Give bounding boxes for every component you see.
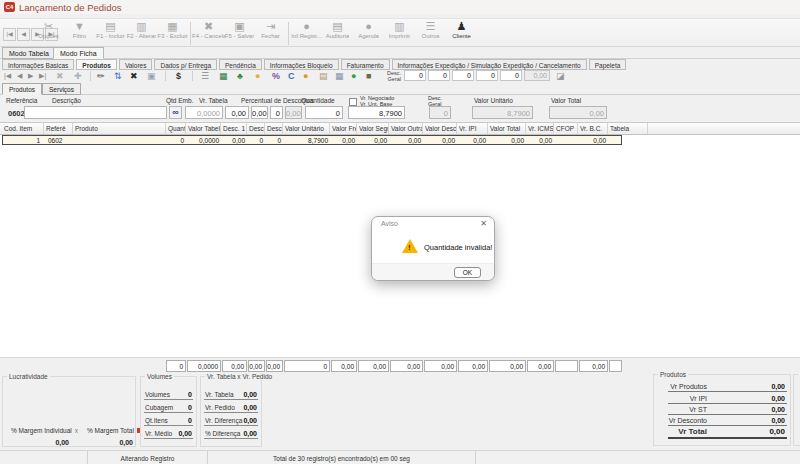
item-nav-first-button[interactable]: |◀ — [4, 70, 11, 82]
col-header-vr-ipi[interactable]: Vr. IPI — [457, 123, 488, 134]
desc-geral-field-4[interactable]: 0 — [476, 70, 498, 81]
cell-valor-seguro[interactable]: 0,00 — [358, 137, 390, 146]
item-nav-next-button[interactable]: ▶ — [28, 70, 33, 82]
desc1-field[interactable]: 0,00 — [251, 106, 268, 119]
cell-valor-desconto[interactable]: 0,00 — [424, 137, 458, 146]
col-header-valor-frete[interactable]: Valor Frete — [330, 123, 357, 134]
desc-geral-field-2[interactable]: 0 — [428, 70, 450, 81]
f2-alter-button[interactable]: ▥ F2 - Alterar — [126, 20, 157, 46]
col-header-valor-unitario[interactable]: Valor Unitário — [283, 123, 330, 134]
subtab-produtos[interactable]: Produtos — [2, 83, 42, 95]
grid-icon[interactable]: ▦ — [335, 70, 344, 82]
cell-cfop[interactable] — [555, 137, 579, 146]
cell-valor-tabela[interactable]: 0,0000 — [187, 137, 222, 146]
nav-prior-button[interactable]: ◀ — [17, 28, 30, 41]
desc-geral-field-5[interactable]: 0 — [500, 70, 522, 81]
vr-tabela-field[interactable]: 0,00 — [225, 106, 249, 119]
col-header-cfop[interactable]: CFOP — [554, 123, 578, 134]
tab-modo-tabela[interactable]: Modo Tabela — [2, 47, 56, 59]
col-header-cod-item[interactable]: Cod. Item — [2, 123, 44, 134]
close-button[interactable]: ⇥ Fechar — [255, 20, 286, 46]
f1-include-button[interactable]: ▤ F1 - Incluir — [95, 20, 126, 46]
tab-faturamento[interactable]: Faturamento — [341, 59, 390, 70]
subtab-servicos[interactable]: Serviços — [42, 83, 81, 95]
ellipse-icon[interactable]: ● — [255, 70, 260, 82]
filter-button[interactable]: ▼ Filtro — [64, 20, 95, 46]
tree-icon[interactable]: ♣︎ — [237, 70, 243, 82]
cell-valor-outras[interactable]: 0,00 — [390, 137, 424, 146]
sort-icon[interactable]: ⇅ — [114, 70, 122, 82]
delete2-icon[interactable]: ✖ — [130, 70, 138, 82]
cell-vr-icms-st[interactable]: 0,00 — [527, 137, 555, 146]
tab-produtos[interactable]: Produtos — [76, 59, 117, 70]
options-button[interactable]: ✂ Opções — [33, 20, 64, 46]
item-nav-last-button[interactable]: ▶| — [39, 70, 46, 82]
cell-cod-item[interactable]: 1 — [3, 137, 43, 146]
col-header-vr-icms-st[interactable]: Vr. ICMS S.T. — [526, 123, 554, 134]
col-header-desc3[interactable]: Desc. 3 — [265, 123, 283, 134]
cell-quantidade[interactable]: 0 — [167, 137, 187, 146]
col-header-valor-seguro[interactable]: Valor Seguro — [357, 123, 389, 134]
item-nav-prior-button[interactable]: ◀ — [17, 70, 22, 82]
descricao-field[interactable] — [24, 106, 167, 119]
cell-valor-unitario[interactable]: 8,7900 — [284, 137, 331, 146]
ok-button[interactable]: OK — [454, 267, 481, 278]
price-icon[interactable]: $ — [176, 70, 181, 82]
f5-save-button[interactable]: ▣ F5 - Salvar — [224, 20, 255, 46]
f4-cancel-button[interactable]: ✖ F4 - Cancelar — [193, 20, 224, 46]
tab-informacoes-bloqueio[interactable]: Informações Bloqueio — [264, 59, 339, 70]
col-header-valor-outras[interactable]: Valor Outras — [389, 123, 423, 134]
tab-modo-ficha[interactable]: Modo Ficha — [53, 47, 104, 59]
globe-icon[interactable]: ● — [351, 70, 356, 82]
agenda-button[interactable]: ● Agenda — [353, 20, 384, 46]
cell-desc2[interactable]: 0 — [248, 137, 266, 146]
ball-icon[interactable]: ● — [303, 70, 308, 82]
delete-item-icon[interactable]: ✖ — [56, 70, 64, 82]
percent-icon[interactable]: % — [272, 70, 280, 82]
cell-referencia[interactable]: 0602 — [45, 137, 74, 146]
col-header-quantidade[interactable]: Quantid — [166, 123, 186, 134]
col-header-desc1[interactable]: Desc. 1 — [221, 123, 247, 134]
pencil-icon[interactable]: ✏ — [97, 70, 105, 82]
print-button[interactable]: ▥ Imprimir — [384, 20, 415, 46]
cell-desc3[interactable]: 0 — [266, 137, 284, 146]
audit-button[interactable]: ▤ Auditoria — [322, 20, 353, 46]
col-header-referencia[interactable]: Referê — [44, 123, 73, 134]
dialog-close-icon[interactable]: ✕ — [480, 219, 487, 228]
binoculars-search-icon[interactable]: ∞ — [169, 106, 182, 119]
col-header-valor-total[interactable]: Valor Total — [488, 123, 526, 134]
copy-icon[interactable]: ▣ — [147, 70, 156, 82]
nav-first-button[interactable]: |◀ — [3, 28, 16, 41]
grid-selected-row[interactable]: 1 0602 0 0,0000 0,00 0 0 8,7900 0,00 0,0… — [2, 135, 622, 145]
cell-produto[interactable] — [74, 137, 167, 146]
cell-valor-frete[interactable]: 0,00 — [331, 137, 358, 146]
add-item-icon[interactable]: ✚ — [74, 70, 82, 82]
tab-expedicao[interactable]: Informações Expedição / Simulação Expedi… — [392, 59, 587, 70]
tab-informacoes-basicas[interactable]: Informações Basicas — [2, 59, 74, 70]
desc-geral-field-1[interactable]: 0 — [404, 70, 426, 81]
cell-valor-total[interactable]: 0,00 — [489, 137, 527, 146]
print-small-icon[interactable]: ▤ — [319, 70, 328, 82]
others-button[interactable]: ☰ Outros — [415, 20, 446, 46]
curve-icon[interactable]: C — [288, 70, 295, 82]
cell-desc1[interactable]: 0,00 — [222, 137, 248, 146]
tab-valores[interactable]: Valores — [119, 59, 153, 70]
col-header-tabela[interactable]: Tabela — [608, 123, 648, 134]
box-icon[interactable]: ■ — [366, 70, 371, 82]
f3-delete-button[interactable]: ▦ F3 - Excluir — [157, 20, 188, 46]
desc2-field[interactable]: 0 — [270, 106, 283, 119]
record-info-button[interactable]: ● Inf.Regist... — [291, 20, 322, 46]
eraser-icon[interactable]: ◪ — [556, 70, 565, 82]
qtd-emb-field[interactable]: 0,0000 — [185, 106, 223, 119]
quantidade-field[interactable]: 0 — [305, 106, 343, 119]
cell-tabela[interactable] — [609, 137, 621, 146]
col-header-valor-desconto[interactable]: Valor Desconto — [423, 123, 457, 134]
tab-pendencia[interactable]: Pendência — [219, 59, 262, 70]
cell-vr-ipi[interactable]: 0,00 — [458, 137, 489, 146]
tab-dados-entrega[interactable]: Dados p/ Entrega — [154, 59, 217, 70]
desc-geral-field-3[interactable]: 0 — [452, 70, 474, 81]
col-header-produto[interactable]: Produto — [73, 123, 166, 134]
vr-negociado-checkbox[interactable] — [349, 98, 357, 106]
col-header-desc2[interactable]: Desc. 2 — [247, 123, 265, 134]
col-header-valor-tabela[interactable]: Valor Tabela — [186, 123, 221, 134]
